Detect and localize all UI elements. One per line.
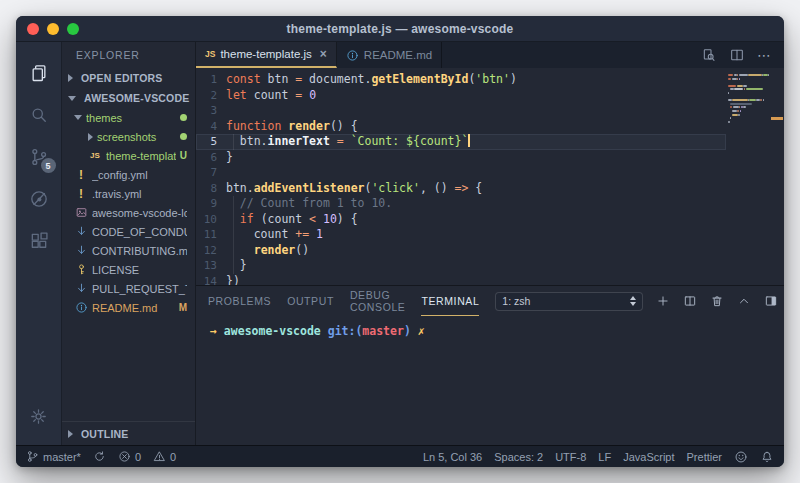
panel-tab-debug-console[interactable]: DEBUG CONSOLE xyxy=(350,286,406,316)
file-label: screenshots xyxy=(97,131,180,143)
file-row[interactable]: CODE_OF_CONDUCT.... xyxy=(62,222,195,241)
vscode-window: theme-template.js — awesome-vscode 5 EXP… xyxy=(16,16,784,467)
code-line: 11 count += 1 xyxy=(196,227,726,243)
open-editors-section[interactable]: OPEN EDITORS xyxy=(62,68,195,88)
traffic-lights xyxy=(27,16,79,41)
token xyxy=(316,212,323,226)
chevron-up-icon[interactable] xyxy=(737,294,751,308)
trash-icon[interactable] xyxy=(710,294,724,308)
file-label: PULL_REQUEST_TEMP... xyxy=(92,283,187,295)
file-row[interactable]: awesome-vscode-logo... xyxy=(62,203,195,222)
open-changes-icon[interactable] xyxy=(701,47,717,63)
exclaim-icon: ! xyxy=(74,187,88,201)
status-label: Ln 5, Col 36 xyxy=(423,451,482,463)
close-window-button[interactable] xyxy=(27,23,39,35)
activity-item-extensions[interactable] xyxy=(16,220,62,262)
status-bar: master*00 Ln 5, Col 36Spaces: 2UTF-8LFJa… xyxy=(16,445,784,467)
minimize-window-button[interactable] xyxy=(47,23,59,35)
line-number: 2 xyxy=(196,88,226,104)
sync-status[interactable] xyxy=(93,450,106,463)
minimap-line xyxy=(728,96,780,98)
plus-icon[interactable] xyxy=(656,294,670,308)
files-icon xyxy=(29,63,49,83)
file-row[interactable]: CONTRIBUTING.md xyxy=(62,241,195,260)
file-row[interactable]: !.travis.yml xyxy=(62,184,195,203)
minimap-line xyxy=(728,114,780,116)
terminal-token: awesome-vscode xyxy=(217,324,328,338)
line-number: 9 xyxy=(196,196,226,212)
language-mode[interactable]: JavaScript xyxy=(623,451,674,463)
activity-item-settings[interactable] xyxy=(16,395,62,437)
git-branch-status[interactable]: master* xyxy=(26,450,81,463)
activity-item-search[interactable] xyxy=(16,94,62,136)
cursor-position[interactable]: Ln 5, Col 36 xyxy=(423,451,482,463)
editor-tab[interactable]: README.md xyxy=(337,42,442,68)
eol[interactable]: LF xyxy=(598,451,611,463)
activity-item-files[interactable] xyxy=(16,52,62,94)
minimap-line xyxy=(728,85,780,87)
git-added-dot-badge xyxy=(180,133,187,140)
token: render xyxy=(254,243,296,257)
file-row[interactable]: JStheme-template....U xyxy=(62,146,195,165)
token: addEventListener xyxy=(254,181,365,195)
panel-tab-output[interactable]: OUTPUT xyxy=(287,286,334,316)
file-row[interactable]: PULL_REQUEST_TEMP... xyxy=(62,279,195,298)
file-row[interactable]: README.mdM xyxy=(62,298,195,317)
file-row[interactable]: !_config.yml xyxy=(62,165,195,184)
line-number: 7 xyxy=(196,165,226,181)
overview-ruler-marker xyxy=(771,117,783,120)
maximize-panel-icon[interactable] xyxy=(764,294,778,308)
panel-tab-problems[interactable]: PROBLEMS xyxy=(208,286,271,316)
file-row[interactable]: themes xyxy=(62,108,195,127)
line-number: 8 xyxy=(196,181,226,197)
formatter[interactable]: Prettier xyxy=(687,451,722,463)
zoom-window-button[interactable] xyxy=(67,23,79,35)
line-number: 10 xyxy=(196,212,226,228)
split-terminal-icon[interactable] xyxy=(683,294,697,308)
terminal-token: master xyxy=(362,324,404,338)
token: { xyxy=(468,181,482,195)
panel-tab-terminal[interactable]: TERMINAL xyxy=(421,286,479,316)
indentation[interactable]: Spaces: 2 xyxy=(494,451,543,463)
activity-item-source-control[interactable]: 5 xyxy=(16,136,62,178)
token: `Count: ${count}` xyxy=(351,134,469,148)
line-number: 3 xyxy=(196,103,226,119)
close-tab-icon[interactable]: × xyxy=(320,47,327,61)
token: btn xyxy=(261,72,296,86)
notifications[interactable] xyxy=(760,450,774,464)
split-editor-icon[interactable] xyxy=(729,47,745,63)
activity-item-debug[interactable] xyxy=(16,178,62,220)
minimap-line xyxy=(728,103,780,105)
chevron-down-icon xyxy=(74,115,82,120)
code-editor[interactable]: 1const btn = document.getElementById('bt… xyxy=(196,68,784,285)
token: ) xyxy=(510,72,517,86)
info-icon xyxy=(346,49,359,62)
markdown-icon xyxy=(74,225,88,239)
line-number: 12 xyxy=(196,243,226,259)
git-added-dot-badge xyxy=(180,114,187,121)
file-row[interactable]: screenshots xyxy=(62,127,195,146)
indent-guide xyxy=(233,227,234,243)
token: 'btn' xyxy=(475,72,510,86)
line-number: 4 xyxy=(196,119,226,135)
terminal-select[interactable]: 1: zsh xyxy=(495,292,643,311)
warning-count[interactable]: 0 xyxy=(153,450,176,463)
select-stepper-icon xyxy=(630,296,636,306)
code-line: 7 xyxy=(196,165,726,181)
encoding[interactable]: UTF-8 xyxy=(555,451,586,463)
debug-icon xyxy=(29,189,49,209)
line-number: 5 xyxy=(196,134,226,150)
status-label: Spaces: 2 xyxy=(494,451,543,463)
error-count[interactable]: 0 xyxy=(118,450,141,463)
feedback[interactable] xyxy=(734,450,748,464)
project-root-section[interactable]: AWESOME-VSCODE xyxy=(62,88,195,108)
minimap[interactable] xyxy=(726,68,784,285)
terminal-output[interactable]: → awesome-vscode git:(master) ✗ xyxy=(196,316,784,445)
code-text: }) xyxy=(226,274,240,286)
markdown-icon xyxy=(74,282,88,296)
code-text: if (count < 10) { xyxy=(226,212,358,228)
outline-section[interactable]: OUTLINE xyxy=(62,421,195,445)
editor-tab[interactable]: JStheme-template.js× xyxy=(196,42,337,68)
more-actions-icon[interactable]: ⋯ xyxy=(757,47,772,63)
file-row[interactable]: LICENSE xyxy=(62,260,195,279)
